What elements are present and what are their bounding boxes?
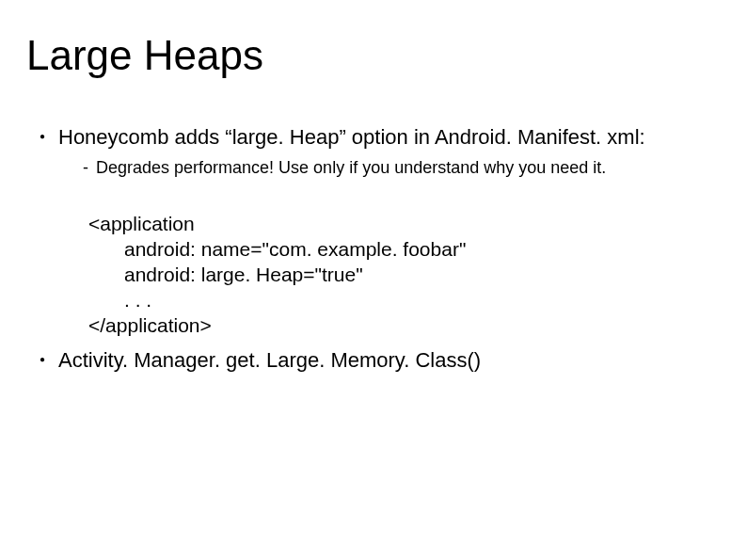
bullet-icon: ● (38, 347, 58, 372)
code-line-1: <application (88, 211, 709, 236)
slide-title: Large Heaps (26, 32, 263, 79)
bullet-item-1: ● Honeycomb adds “large. Heap” option in… (38, 124, 709, 151)
bullet-item-2: ● Activity. Manager. get. Large. Memory.… (38, 347, 709, 374)
bullet-text-2: Activity. Manager. get. Large. Memory. C… (58, 347, 481, 374)
dash-icon: - (83, 156, 96, 179)
sub-bullet-text-1: Degrades performance! Use only if you un… (96, 156, 606, 179)
code-line-5: </application> (88, 312, 709, 338)
code-line-3: android: large. Heap="true" (88, 262, 709, 287)
sub-bullet-1: - Degrades performance! Use only if you … (83, 156, 709, 179)
code-line-2: android: name="com. example. foobar" (88, 236, 709, 262)
bullet-text-1: Honeycomb adds “large. Heap” option in A… (58, 124, 645, 151)
slide: Large Heaps ● Honeycomb adds “large. Hea… (0, 0, 747, 560)
code-line-4: . . . (88, 287, 709, 312)
code-block: <application android: name="com. example… (88, 211, 709, 338)
slide-content: ● Honeycomb adds “large. Heap” option in… (38, 124, 709, 379)
bullet-icon: ● (38, 124, 58, 149)
